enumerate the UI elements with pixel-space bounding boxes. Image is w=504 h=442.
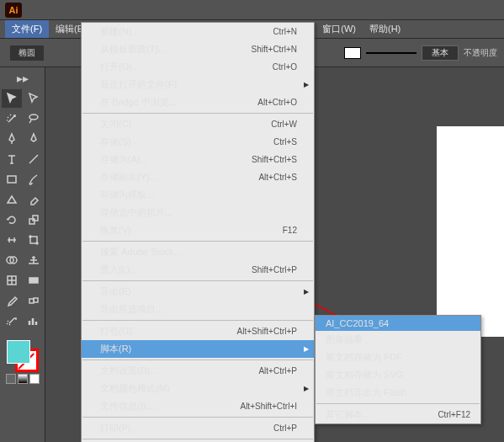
menu-separator [82, 241, 313, 242]
eraser-tool[interactable] [24, 190, 44, 209]
shape-builder-tool[interactable] [2, 251, 22, 269]
submenu-arrow-icon: ▶ [304, 345, 309, 353]
submenu-item[interactable]: 其它脚本...Ctrl+F12 [316, 406, 480, 423]
menu-separator [82, 359, 313, 360]
titlebar: Ai [0, 0, 504, 20]
app-logo: Ai [5, 3, 22, 18]
svg-rect-10 [29, 278, 38, 283]
paintbrush-tool[interactable] [24, 170, 44, 189]
tool-grid: ▸▸ [2, 69, 44, 330]
magic-wand-tool[interactable] [2, 109, 22, 128]
menu-7[interactable]: 窗口(W) [316, 20, 363, 38]
tools-collapse-icon[interactable]: ▸▸ [2, 69, 44, 88]
menu-item[interactable]: 存储(S)Ctrl+S [82, 133, 314, 151]
menu-0[interactable]: 文件(F) [5, 20, 49, 38]
menu-item[interactable]: 在 Bridge 中浏览...Alt+Ctrl+O [82, 93, 314, 111]
submenu-arrow-icon: ▶ [304, 385, 309, 392]
menu-item[interactable]: 从模板新建(T)...Shift+Ctrl+N [82, 40, 314, 58]
menu-8[interactable]: 帮助(H) [363, 20, 407, 38]
menu-item[interactable]: 存储副本(Y)...Alt+Ctrl+S [82, 168, 314, 186]
svg-rect-2 [29, 219, 34, 224]
menu-item[interactable]: 导出(E)▶ [82, 283, 314, 301]
rotate-tool[interactable] [2, 210, 22, 229]
svg-rect-3 [33, 216, 38, 221]
selection-tool[interactable] [2, 89, 22, 108]
menu-separator [82, 320, 313, 321]
column-graph-tool[interactable] [24, 312, 44, 330]
svg-rect-12 [34, 298, 38, 302]
menu-item[interactable]: 打印(P)...Ctrl+P [82, 419, 314, 437]
menu-item[interactable]: 文档颜色模式(M)▶ [82, 380, 314, 397]
submenu-arrow-icon: ▶ [304, 288, 309, 296]
color-mode-none-icon[interactable] [29, 374, 40, 384]
menu-item[interactable]: 存储为模板... [82, 186, 314, 204]
width-tool[interactable] [2, 231, 22, 249]
menu-item[interactable]: 存储选中的切片... [82, 204, 314, 221]
script-submenu: AI_CC2019_64图像描摹将文档存储为 PDF将文档存储为 SVG将文档导… [315, 315, 481, 424]
stroke-weight-preview [366, 52, 416, 54]
lasso-tool[interactable] [24, 109, 44, 128]
document-tab[interactable]: 椭圆 [10, 45, 44, 61]
mesh-tool[interactable] [2, 271, 22, 290]
fill-stroke-swatch[interactable] [7, 340, 39, 372]
menu-item[interactable]: 打开(O)...Ctrl+O [82, 58, 314, 76]
menu-separator [82, 439, 313, 439]
opacity-label: 不透明度 [464, 47, 497, 59]
free-transform-tool[interactable] [24, 231, 44, 249]
curvature-tool[interactable] [24, 130, 44, 148]
symbol-sprayer-tool[interactable] [2, 312, 22, 330]
menu-item[interactable]: 关闭(C)Ctrl+W [82, 115, 314, 133]
gradient-tool[interactable] [24, 271, 44, 290]
color-picker [6, 340, 40, 384]
menu-separator [82, 113, 313, 114]
svg-point-5 [29, 236, 31, 237]
menu-item[interactable]: 脚本(R)▶ [82, 340, 314, 358]
submenu-item[interactable]: 将文档导出为 Flash [316, 384, 480, 402]
menu-item[interactable]: 存储为(A)...Shift+Ctrl+S [82, 151, 314, 168]
menu-separator [82, 417, 313, 418]
file-menu-dropdown: 新建(N)...Ctrl+N从模板新建(T)...Shift+Ctrl+N打开(… [81, 22, 315, 442]
fill-color-swatch[interactable] [7, 340, 30, 364]
svg-point-6 [36, 242, 38, 244]
menu-item[interactable]: 打包(G)...Alt+Shift+Ctrl+P [82, 322, 314, 340]
menu-item[interactable]: 导出所选项目... [82, 301, 314, 318]
stroke-swatch[interactable] [344, 47, 361, 59]
svg-point-0 [29, 114, 38, 120]
menu-separator [316, 403, 480, 404]
rectangle-tool[interactable] [2, 170, 22, 189]
submenu-item[interactable]: AI_CC2019_64 [316, 316, 480, 331]
artboard[interactable] [437, 126, 504, 337]
menu-item[interactable]: 最近打开的文件(F)▶ [82, 76, 314, 93]
svg-rect-1 [8, 176, 16, 183]
menu-item[interactable]: 搜索 Adobe Stock... [82, 243, 314, 261]
color-mode-color-icon[interactable] [6, 374, 16, 384]
submenu-item[interactable]: 将文档存储为 SVG [316, 366, 480, 384]
menu-item[interactable]: 文件信息(I)...Alt+Shift+Ctrl+I [82, 397, 314, 415]
submenu-item[interactable]: 图像描摹 [316, 331, 480, 349]
eyedropper-tool[interactable] [2, 291, 22, 310]
menu-item: 恢复(V)F12 [82, 221, 314, 239]
submenu-arrow-icon: ▶ [304, 81, 309, 88]
menu-item[interactable]: 置入(L)...Shift+Ctrl+P [82, 261, 314, 279]
type-tool[interactable] [2, 150, 22, 168]
submenu-item[interactable]: 将文档存储为 PDF [316, 349, 480, 366]
pen-tool[interactable] [2, 130, 22, 148]
scale-tool[interactable] [24, 210, 44, 229]
menu-item[interactable]: 新建(N)...Ctrl+N [82, 23, 314, 40]
direct-selection-tool[interactable] [24, 89, 44, 108]
color-mode-gradient-icon[interactable] [18, 374, 28, 384]
menu-separator [82, 280, 313, 281]
toolbox: ▸▸ [0, 67, 45, 442]
brush-preset-dropdown[interactable]: 基本 [422, 45, 459, 61]
shaper-tool[interactable] [2, 190, 22, 209]
blend-tool[interactable] [24, 291, 44, 310]
perspective-grid-tool[interactable] [24, 251, 44, 269]
line-segment-tool[interactable] [24, 150, 44, 168]
menu-item[interactable]: 文档设置(D)...Alt+Ctrl+P [82, 362, 314, 380]
